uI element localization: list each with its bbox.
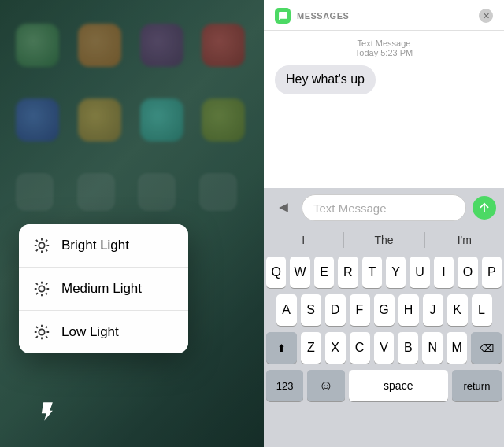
key-s[interactable]: S xyxy=(301,294,321,326)
keyboard-row-1: Q W E R T Y U I O P xyxy=(266,257,502,288)
app-icon xyxy=(140,24,183,67)
sun-icon xyxy=(33,237,50,254)
app-icon xyxy=(202,98,245,142)
low-light-option[interactable]: Low Light xyxy=(19,311,188,353)
key-h[interactable]: H xyxy=(398,294,419,326)
svg-line-17 xyxy=(36,293,38,294)
sun-icon xyxy=(33,280,50,297)
app-icon xyxy=(78,24,121,67)
key-l[interactable]: L xyxy=(472,294,492,326)
app-icon xyxy=(78,98,121,142)
expand-icon xyxy=(276,200,291,216)
app-icon xyxy=(202,24,245,67)
svg-point-0 xyxy=(39,242,44,248)
predictive-item-im[interactable]: I'm xyxy=(425,232,504,248)
mid-icon xyxy=(16,173,54,211)
send-icon xyxy=(478,201,491,214)
svg-line-5 xyxy=(36,240,38,242)
app-icon xyxy=(16,98,59,142)
svg-line-25 xyxy=(46,327,47,328)
app-icon xyxy=(140,98,183,142)
keyboard-area: Text Message I The I'm Q W E R T xyxy=(264,188,504,447)
message-type: Text Message xyxy=(275,39,493,48)
key-r[interactable]: R xyxy=(338,257,358,288)
close-icon: ✕ xyxy=(483,11,490,21)
keyboard-row-2: A S D F G H J K L xyxy=(266,294,502,326)
svg-line-7 xyxy=(46,240,47,242)
messages-title: MESSAGES xyxy=(297,11,479,20)
mid-icon xyxy=(138,173,176,211)
message-row: Hey what's up xyxy=(275,65,493,94)
flashlight-svg xyxy=(37,401,59,423)
key-j[interactable]: J xyxy=(423,294,443,326)
numbers-key[interactable]: 123 xyxy=(266,370,303,401)
message-meta: Text Message Today 5:23 PM xyxy=(275,39,493,57)
key-i[interactable]: I xyxy=(434,257,454,288)
svg-line-26 xyxy=(36,336,38,338)
medium-light-option[interactable]: Medium Light xyxy=(19,268,188,311)
messages-header: MESSAGES ✕ xyxy=(264,0,504,31)
key-m[interactable]: M xyxy=(447,332,467,364)
key-y[interactable]: Y xyxy=(386,257,406,288)
svg-line-24 xyxy=(46,336,47,338)
svg-marker-27 xyxy=(279,203,288,212)
key-g[interactable]: G xyxy=(374,294,395,326)
key-z[interactable]: Z xyxy=(301,332,321,364)
delete-key[interactable]: ⌫ xyxy=(471,332,502,364)
messages-app-icon xyxy=(275,8,291,24)
messages-panel: MESSAGES ✕ Text Message Today 5:23 PM He… xyxy=(264,0,504,188)
key-o[interactable]: O xyxy=(458,257,477,288)
key-b[interactable]: B xyxy=(398,332,418,364)
medium-light-label: Medium Light xyxy=(61,281,142,297)
bright-light-option[interactable]: Bright Light xyxy=(19,224,188,268)
emoji-key[interactable]: ☺ xyxy=(307,370,344,401)
key-q[interactable]: Q xyxy=(266,257,286,288)
key-w[interactable]: W xyxy=(290,257,309,288)
expand-button[interactable] xyxy=(272,196,295,220)
low-light-label: Low Light xyxy=(61,324,119,340)
key-v[interactable]: V xyxy=(374,332,395,364)
predictive-item-i[interactable]: I xyxy=(264,232,343,248)
space-key[interactable]: space xyxy=(349,370,448,401)
message-bubble: Hey what's up xyxy=(275,65,376,94)
keyboard-row-3: ⬆ Z X C V B N M ⌫ xyxy=(266,332,502,364)
right-panel: MESSAGES ✕ Text Message Today 5:23 PM He… xyxy=(264,0,504,447)
key-c[interactable]: C xyxy=(350,332,370,364)
context-menu: Bright Light Medium Light xyxy=(19,224,188,353)
svg-line-6 xyxy=(46,249,47,251)
key-k[interactable]: K xyxy=(447,294,468,326)
key-x[interactable]: X xyxy=(325,332,346,364)
key-n[interactable]: N xyxy=(422,332,443,364)
sun-icon xyxy=(33,323,50,341)
key-a[interactable]: A xyxy=(276,294,297,326)
return-key[interactable]: return xyxy=(452,370,502,401)
keyboard-row-4: 123 ☺ space return xyxy=(266,370,502,401)
predictive-row: I The I'm xyxy=(264,227,504,253)
app-icon xyxy=(16,24,59,67)
shift-key[interactable]: ⬆ xyxy=(266,332,297,364)
key-d[interactable]: D xyxy=(325,294,346,326)
key-t[interactable]: T xyxy=(362,257,382,288)
predictive-item-the[interactable]: The xyxy=(344,232,424,248)
input-row: Text Message xyxy=(264,188,504,227)
mid-icon xyxy=(77,173,115,211)
key-e[interactable]: E xyxy=(314,257,334,288)
app-icons-background xyxy=(0,0,264,181)
left-panel: Bright Light Medium Light xyxy=(0,0,264,447)
svg-line-14 xyxy=(36,283,38,285)
keyboard: Q W E R T Y U I O P A S D F G H J K xyxy=(264,253,504,447)
svg-line-15 xyxy=(46,293,47,294)
messages-content: Text Message Today 5:23 PM Hey what's up xyxy=(264,31,504,188)
svg-line-8 xyxy=(36,249,38,251)
send-button[interactable] xyxy=(472,196,496,220)
close-button[interactable]: ✕ xyxy=(479,9,493,23)
flashlight-icon[interactable] xyxy=(28,392,68,431)
message-time: Today 5:23 PM xyxy=(275,48,493,57)
messages-icon-svg xyxy=(278,11,288,21)
key-u[interactable]: U xyxy=(410,257,429,288)
key-p[interactable]: P xyxy=(482,257,502,288)
input-placeholder: Text Message xyxy=(313,201,387,215)
key-f[interactable]: F xyxy=(350,294,370,326)
message-input[interactable]: Text Message xyxy=(302,194,466,221)
svg-point-9 xyxy=(39,286,44,291)
